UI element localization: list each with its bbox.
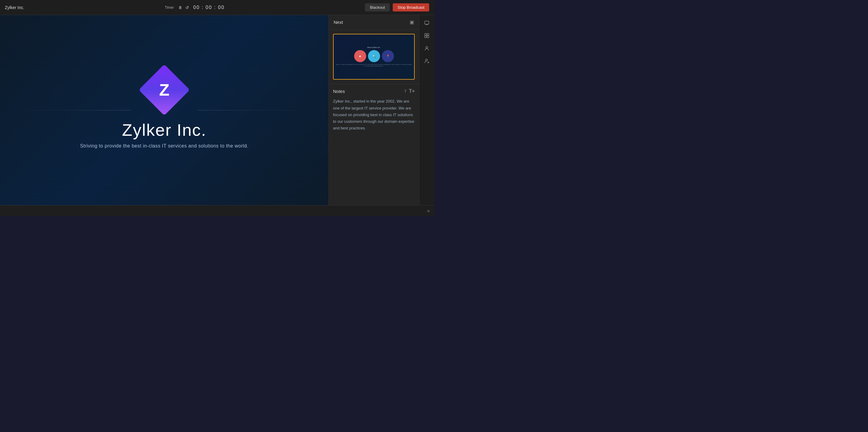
slide-text-group: Zylker Inc. Striving to provide the best… [80, 120, 248, 149]
topbar-center: Timer ⏸ ↺ 00 : 00 : 00 [165, 4, 224, 10]
side-icon-bar [419, 15, 434, 205]
notes-header: Notes T T+ [333, 88, 415, 94]
svg-rect-4 [425, 36, 427, 38]
next-panel-header: Next ▣ [329, 15, 419, 30]
thumbnail-title: About Zylker Inc. [367, 47, 381, 48]
next-slide-thumbnail[interactable]: About Zylker Inc. ★ 🔍 📍 Zylker Inc., sta… [333, 34, 415, 80]
notes-title: Notes [333, 89, 345, 94]
location-icon: 📍 [386, 55, 390, 58]
next-slide-container: About Zylker Inc. ★ 🔍 📍 Zylker Inc., sta… [329, 30, 419, 84]
decrease-font-button[interactable]: T [404, 88, 407, 94]
svg-rect-0 [425, 21, 429, 24]
topbar: Zylker Inc. Timer ⏸ ↺ 00 : 00 : 00 Black… [0, 0, 434, 15]
main-content: Z Zylker Inc. Striving to provide the be… [0, 15, 434, 205]
search-icon: 🔍 [372, 55, 376, 58]
timer-label: Timer [165, 5, 174, 10]
thumb-circle-2: 🔍 [368, 50, 380, 62]
thumb-circle-1: ★ [354, 50, 366, 62]
slide-canvas: Z Zylker Inc. Striving to provide the be… [0, 15, 329, 205]
right-panel: Next ▣ About Zylker Inc. ★ 🔍 📍 [329, 15, 419, 205]
logo-letter: Z [159, 82, 169, 98]
slide-tagline: Striving to provide the best in-class IT… [80, 143, 248, 149]
bottom-bar: » [0, 205, 434, 216]
timer-display: 00 : 00 : 00 [193, 5, 224, 10]
slides-icon [424, 20, 430, 26]
person-icon [424, 46, 430, 51]
topbar-left: Zylker Inc. [5, 5, 24, 10]
timer-controls: ⏸ ↺ [178, 4, 190, 10]
thumbnail-bottom-text: Zylker Inc., started in the year 2002. W… [336, 64, 412, 67]
notes-section: Notes T T+ Zylker Inc., started in the y… [329, 84, 419, 205]
blackout-button[interactable]: Blackout [365, 3, 390, 11]
person-add-icon [424, 58, 430, 64]
grid-icon [424, 33, 430, 38]
svg-rect-3 [427, 33, 429, 35]
thumbnail-circles: ★ 🔍 📍 [354, 50, 394, 62]
topbar-right: Blackout Stop Broadcast [365, 3, 429, 11]
grid-panel-button[interactable] [421, 30, 432, 41]
thumb-circle-3: 📍 [382, 50, 394, 62]
next-panel-title: Next [334, 20, 343, 25]
svg-rect-2 [425, 33, 427, 35]
timer-reset-button[interactable]: ↺ [185, 4, 190, 10]
slide-area: Z Zylker Inc. Striving to provide the be… [0, 15, 329, 205]
svg-point-6 [426, 47, 428, 48]
increase-font-button[interactable]: T+ [409, 88, 415, 94]
slide-company-name: Zylker Inc. [122, 120, 207, 140]
invite-button[interactable] [421, 56, 432, 66]
thumbnail-inner: About Zylker Inc. ★ 🔍 📍 Zylker Inc., sta… [334, 34, 414, 79]
notes-text: Zylker Inc., started in the year 2002, W… [333, 98, 415, 201]
expand-button[interactable]: » [427, 208, 430, 213]
slides-panel-button[interactable] [421, 18, 432, 28]
svg-point-7 [426, 59, 427, 61]
logo-diamond: Z [138, 64, 190, 116]
svg-rect-5 [427, 36, 429, 38]
attendees-button[interactable] [421, 43, 432, 54]
slide-view-icon-button[interactable]: ▣ [410, 19, 414, 25]
stop-broadcast-button[interactable]: Stop Broadcast [393, 3, 429, 11]
app-title: Zylker Inc. [5, 5, 24, 10]
notes-font-controls: T T+ [404, 88, 415, 94]
timer-pause-button[interactable]: ⏸ [178, 4, 183, 10]
star-icon: ★ [359, 55, 361, 58]
